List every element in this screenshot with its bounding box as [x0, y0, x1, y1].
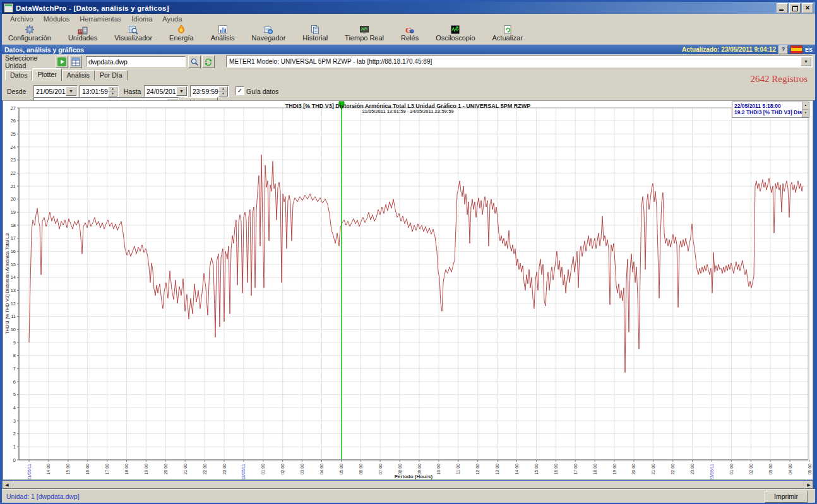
horizontal-scrollbar[interactable]: ◀ ▶ [3, 481, 813, 489]
table-icon [71, 57, 80, 66]
toolbar-osciloscopio[interactable]: Osciloscopio [436, 24, 475, 42]
spin-down-icon[interactable]: ▼ [218, 91, 228, 97]
svg-text:2: 2 [13, 431, 16, 437]
spin-up-icon[interactable]: ▲ [218, 86, 228, 91]
data-table-button[interactable] [69, 56, 82, 68]
svg-text:05:00: 05:00 [339, 464, 343, 475]
close-button[interactable]: × [802, 3, 813, 13]
svg-text:10: 10 [11, 327, 16, 332]
menu-archivo[interactable]: Archivo [5, 15, 39, 23]
chevron-down-icon[interactable]: ▼ [801, 57, 811, 66]
toolbar-label: Relés [401, 34, 419, 42]
svg-text:22/05/11: 22/05/11 [241, 464, 246, 479]
svg-text:21:00: 21:00 [183, 464, 188, 475]
relays-icon: G [405, 25, 415, 35]
toolbar-navegador[interactable]: Navegador [252, 24, 286, 42]
svg-text:6: 6 [13, 379, 16, 385]
svg-text:4: 4 [13, 405, 16, 411]
spin-down-icon[interactable]: ▼ [108, 91, 117, 97]
toolbar-label: Historial [302, 34, 328, 42]
svg-text:15:00: 15:00 [66, 464, 70, 475]
chart-subtitle: 21/05/2011 13:01:59 - 24/05/2011 23:59:5… [3, 108, 813, 114]
svg-text:19:00: 19:00 [612, 464, 617, 475]
svg-text:22:00: 22:00 [671, 464, 675, 475]
desde-date-value: 21/05/2011 [34, 88, 66, 95]
menu-mdulos[interactable]: Módulos [39, 15, 75, 23]
svg-text:1: 1 [13, 444, 16, 450]
svg-text:24: 24 [11, 144, 16, 150]
gear-icon [25, 25, 35, 35]
svg-text:25: 25 [11, 131, 16, 137]
svg-text:23: 23 [11, 157, 16, 163]
menu-idioma[interactable]: Idioma [126, 15, 157, 23]
legend-up-icon[interactable]: ▲ [802, 102, 809, 110]
chevron-down-icon[interactable]: ▼ [66, 86, 76, 96]
toolbar-tiemporeal[interactable]: Tiempo Real [345, 24, 384, 42]
app-icon [4, 3, 13, 13]
search-file-button[interactable] [188, 56, 201, 68]
toolbar-unidades[interactable]: Unidades [68, 24, 97, 42]
toolbar-rels[interactable]: GRelés [401, 24, 419, 42]
desde-time-spinner[interactable]: 13:01:59 ▲▼ [80, 85, 119, 97]
status-text: Unidad: 1 [dwpdata.dwp] [6, 493, 80, 500]
toolbar-visualizador[interactable]: Visualizador [114, 24, 152, 42]
scroll-left-icon[interactable]: ◀ [3, 481, 11, 489]
svg-text:15: 15 [11, 262, 16, 267]
tab-porda[interactable]: Por Día [95, 70, 128, 80]
svg-text:01:00: 01:00 [261, 464, 265, 475]
svg-text:14:00: 14:00 [515, 464, 519, 475]
svg-text:06:00: 06:00 [359, 464, 363, 475]
unit-selector-row: Seleccione Unidad METER1 Modelo: UNIVERS… [2, 54, 815, 69]
chevron-down-icon[interactable]: ▼ [176, 86, 187, 96]
restore-button[interactable] [789, 3, 801, 13]
hasta-date-picker[interactable]: 24/05/2011 ▼ [144, 85, 188, 97]
svg-text:09:00: 09:00 [417, 464, 422, 475]
connect-button[interactable] [56, 56, 68, 68]
svg-text:08:00: 08:00 [398, 464, 402, 475]
toolbar-actualizar[interactable]: Actualizar [492, 24, 523, 42]
help-button[interactable]: ? [778, 45, 788, 54]
toolbar-label: Unidades [68, 34, 97, 42]
imprimir-button[interactable]: Imprimir [765, 491, 808, 503]
menu-herramientas[interactable]: Herramientas [75, 15, 126, 23]
file-name-input[interactable] [86, 56, 186, 67]
minimize-button[interactable] [777, 3, 788, 13]
desde-label: Desde [7, 88, 26, 95]
svg-text:8: 8 [13, 353, 16, 358]
svg-text:15:00: 15:00 [534, 464, 539, 475]
svg-text:5: 5 [13, 392, 16, 397]
svg-text:9: 9 [13, 340, 16, 346]
thd-line-chart[interactable]: 0123456789101112131415161718192021222324… [3, 101, 813, 479]
desde-date-picker[interactable]: 21/05/2011 ▼ [33, 85, 78, 97]
reload-file-button[interactable] [202, 56, 215, 68]
svg-text:7: 7 [13, 366, 16, 372]
tab-strip: DatosPlotterAnálisisPor Día [5, 70, 128, 80]
toolbar-configuracin[interactable]: Configuración [8, 24, 51, 42]
scrollbar-thumb[interactable] [11, 481, 804, 489]
hasta-time-spinner[interactable]: 23:59:59 ▲▼ [190, 85, 229, 97]
guia-datos-checkbox[interactable]: ✓ [236, 86, 244, 95]
svg-text:3: 3 [13, 418, 16, 424]
spanish-flag-icon[interactable] [790, 45, 802, 54]
tab-plotter[interactable]: Plotter [32, 68, 61, 81]
spin-up-icon[interactable]: ▲ [108, 86, 117, 91]
tab-datos[interactable]: Datos [5, 70, 32, 80]
toolbar-label: Configuración [8, 34, 51, 42]
svg-text:19: 19 [11, 209, 16, 215]
svg-text:THDI3 [% THD V3] Distorsión Ar: THDI3 [% THD V3] Distorsión Armónica Tot… [4, 233, 10, 334]
svg-text:04:00: 04:00 [788, 464, 792, 475]
scroll-right-icon[interactable]: ▶ [804, 481, 813, 489]
toolbar-energa[interactable]: Energía [169, 24, 194, 42]
viewer-icon [128, 25, 138, 35]
svg-text:G: G [405, 25, 412, 35]
svg-text:16:00: 16:00 [554, 464, 558, 475]
legend-down-icon[interactable]: ▼ [802, 110, 809, 117]
toolbar-historial[interactable]: Historial [302, 24, 328, 42]
svg-text:12:00: 12:00 [475, 464, 480, 475]
menu-ayuda[interactable]: Ayuda [157, 15, 187, 23]
svg-text:21:00: 21:00 [651, 464, 655, 475]
toolbar-anlisis[interactable]: Análisis [211, 24, 235, 42]
tab-anlisis[interactable]: Análisis [62, 70, 95, 80]
title-bar: DataWatchPro - [Datos, análisis y gráfic… [2, 2, 815, 14]
device-select[interactable]: METER1 Modelo: UNIVERSAL 5PM RZWP - lab … [226, 56, 813, 67]
